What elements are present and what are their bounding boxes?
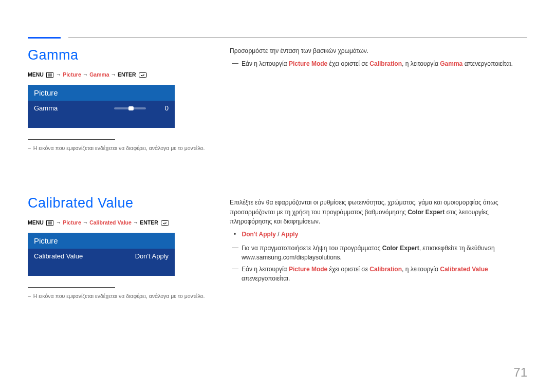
- panel-header: Picture: [28, 85, 175, 101]
- arrow: →: [56, 219, 62, 226]
- path-picture: Picture: [63, 219, 81, 226]
- calibrated-dash2: ― Εάν η λειτουργία Picture Mode έχει ορι…: [232, 265, 527, 284]
- menu-path-gamma: MENU → Picture → Gamma → ENTER: [28, 71, 205, 79]
- note-text: Η εικόνα που εμφανίζεται ενδέχεται να δι…: [33, 145, 205, 151]
- panel-gamma: Picture Gamma 0: [28, 85, 175, 128]
- note-text: Η εικόνα που εμφανίζεται ενδέχεται να δι…: [33, 293, 205, 299]
- section-title-calibrated: Calibrated Value: [28, 195, 205, 211]
- menu-icon: [46, 220, 53, 227]
- svg-rect-9: [161, 221, 169, 226]
- arrow: →: [133, 219, 139, 226]
- note-divider: [28, 139, 115, 140]
- dash-icon: ―: [232, 244, 238, 263]
- menu-label: MENU: [28, 219, 44, 226]
- dash-icon: ―: [232, 265, 238, 284]
- calibrated-desc: Επιλέξτε εάν θα εφαρμόζονται οι ρυθμίσει…: [230, 198, 527, 227]
- panel-footer: [28, 264, 175, 276]
- menu-label: MENU: [28, 71, 44, 78]
- enter-icon: [139, 72, 147, 79]
- calibrated-dash1: ― Για να πραγματοποιήσετε λήψη του προγρ…: [232, 244, 527, 263]
- row-label: Gamma: [34, 104, 114, 112]
- row-label: Calibrated Value: [34, 252, 135, 260]
- top-divider: [68, 38, 527, 38]
- panel-note: –Η εικόνα που εμφανίζεται ενδέχεται να δ…: [28, 145, 205, 151]
- panel-calibrated: Picture Calibrated Value Don't Apply: [28, 233, 175, 276]
- path-picture: Picture: [63, 71, 81, 78]
- note-divider: [28, 287, 115, 288]
- page-number: 71: [513, 365, 527, 380]
- arrow: →: [111, 71, 117, 78]
- enter-label: ENTER: [140, 219, 158, 226]
- options-bullet: Don't Apply / Apply: [234, 230, 527, 239]
- panel-footer: [28, 116, 175, 128]
- menu-path-calibrated: MENU → Picture → Calibrated Value → ENTE…: [28, 219, 205, 227]
- accent-rule: [28, 37, 61, 39]
- dash-text: Εάν η λειτουργία Picture Mode έχει οριστ…: [242, 265, 527, 284]
- arrow: →: [83, 219, 88, 226]
- svg-rect-4: [139, 73, 146, 78]
- path-gamma: Gamma: [89, 71, 109, 78]
- dash-text: Για να πραγματοποιήσετε λήψη του προγράμ…: [242, 244, 527, 263]
- panel-row-gamma[interactable]: Gamma 0: [28, 101, 175, 116]
- enter-icon: [161, 220, 169, 227]
- arrow: →: [56, 71, 62, 78]
- panel-note: –Η εικόνα που εμφανίζεται ενδέχεται να δ…: [28, 293, 205, 299]
- gamma-slider[interactable]: [114, 107, 146, 109]
- panel-row-calibrated[interactable]: Calibrated Value Don't Apply: [28, 249, 175, 264]
- section-title-gamma: Gamma: [28, 47, 205, 63]
- row-value: Don't Apply: [135, 252, 169, 260]
- panel-header: Picture: [28, 233, 175, 249]
- enter-label: ENTER: [118, 71, 136, 78]
- path-calibrated: Calibrated Value: [89, 219, 132, 226]
- gamma-slider-thumb[interactable]: [128, 106, 134, 110]
- arrow: →: [83, 71, 88, 78]
- dash-text: Εάν η λειτουργία Picture Mode έχει οριστ…: [242, 59, 513, 69]
- menu-icon: [46, 72, 53, 79]
- gamma-dash-note: ― Εάν η λειτουργία Picture Mode έχει ορι…: [232, 59, 527, 69]
- row-value: 0: [158, 104, 169, 112]
- dash-icon: ―: [232, 60, 238, 69]
- gamma-desc: Προσαρμόστε την ένταση των βασικών χρωμά…: [230, 46, 527, 56]
